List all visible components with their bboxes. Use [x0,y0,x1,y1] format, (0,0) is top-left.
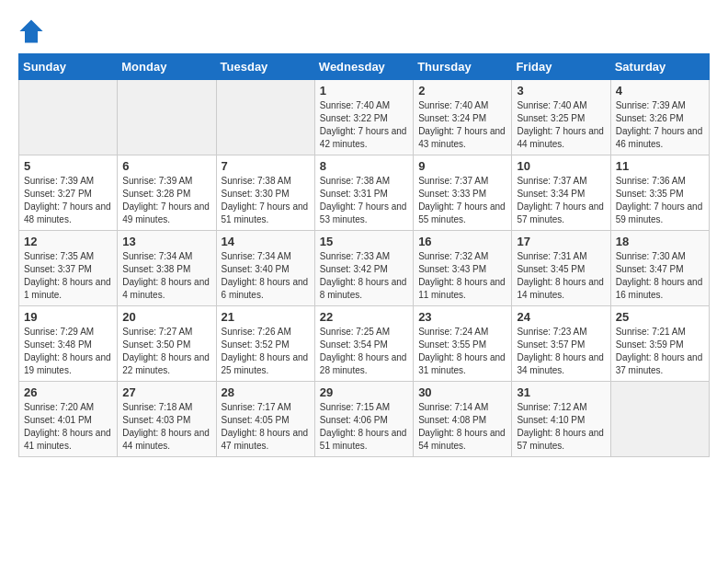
calendar-cell: 20Sunrise: 7:27 AM Sunset: 3:50 PM Dayli… [118,306,216,382]
header-monday: Monday [118,54,216,80]
day-number: 14 [222,235,310,248]
day-number: 8 [320,159,408,173]
calendar-week-row: 19Sunrise: 7:29 AM Sunset: 3:48 PM Dayli… [19,306,710,382]
calendar-cell: 12Sunrise: 7:35 AM Sunset: 3:37 PM Dayli… [19,231,118,306]
day-info: Sunrise: 7:26 AM Sunset: 3:52 PM Dayligh… [222,326,310,377]
calendar-cell: 1Sunrise: 7:40 AM Sunset: 3:22 PM Daylig… [314,80,413,155]
day-number: 30 [418,385,506,399]
header-wednesday: Wednesday [314,54,413,80]
day-info: Sunrise: 7:39 AM Sunset: 3:27 PM Dayligh… [24,175,112,226]
day-number: 31 [517,385,605,399]
day-number: 27 [122,385,210,399]
day-info: Sunrise: 7:37 AM Sunset: 3:33 PM Dayligh… [418,175,506,226]
day-number: 11 [616,159,704,173]
day-info: Sunrise: 7:15 AM Sunset: 4:06 PM Dayligh… [320,401,408,453]
calendar-cell: 3Sunrise: 7:40 AM Sunset: 3:25 PM Daylig… [512,80,610,155]
day-info: Sunrise: 7:17 AM Sunset: 4:05 PM Dayligh… [222,401,310,453]
calendar-week-row: 1Sunrise: 7:40 AM Sunset: 3:22 PM Daylig… [19,80,710,155]
day-number: 13 [122,235,210,248]
calendar-cell: 4Sunrise: 7:39 AM Sunset: 3:26 PM Daylig… [610,80,709,155]
calendar-cell [216,80,314,155]
day-info: Sunrise: 7:32 AM Sunset: 3:43 PM Dayligh… [418,250,506,302]
calendar-week-row: 5Sunrise: 7:39 AM Sunset: 3:27 PM Daylig… [19,155,710,231]
day-number: 25 [616,310,704,324]
day-number: 4 [616,84,704,98]
day-number: 22 [320,310,408,324]
calendar-cell: 28Sunrise: 7:17 AM Sunset: 4:05 PM Dayli… [216,382,314,457]
day-number: 1 [320,84,408,98]
day-info: Sunrise: 7:38 AM Sunset: 3:31 PM Dayligh… [320,175,408,226]
calendar-cell [118,80,216,155]
day-number: 17 [517,235,605,248]
calendar-table: Sunday Monday Tuesday Wednesday Thursday… [18,53,710,457]
day-info: Sunrise: 7:12 AM Sunset: 4:10 PM Dayligh… [517,401,605,453]
calendar-cell: 11Sunrise: 7:36 AM Sunset: 3:35 PM Dayli… [610,155,709,231]
header-sunday: Sunday [19,54,118,80]
day-info: Sunrise: 7:34 AM Sunset: 3:40 PM Dayligh… [222,250,310,302]
header-friday: Friday [512,54,610,80]
calendar-cell: 31Sunrise: 7:12 AM Sunset: 4:10 PM Dayli… [512,382,610,457]
calendar-cell: 9Sunrise: 7:37 AM Sunset: 3:33 PM Daylig… [414,155,512,231]
day-number: 7 [222,159,310,173]
calendar-cell: 16Sunrise: 7:32 AM Sunset: 3:43 PM Dayli… [414,231,512,306]
day-info: Sunrise: 7:27 AM Sunset: 3:50 PM Dayligh… [122,326,210,377]
calendar-cell: 24Sunrise: 7:23 AM Sunset: 3:57 PM Dayli… [512,306,610,382]
day-info: Sunrise: 7:14 AM Sunset: 4:08 PM Dayligh… [418,401,506,453]
day-number: 18 [616,235,704,248]
calendar-cell: 2Sunrise: 7:40 AM Sunset: 3:24 PM Daylig… [414,80,512,155]
day-info: Sunrise: 7:40 AM Sunset: 3:24 PM Dayligh… [418,99,506,151]
header-saturday: Saturday [610,54,709,80]
day-number: 6 [122,159,210,173]
day-number: 10 [517,159,605,173]
day-info: Sunrise: 7:25 AM Sunset: 3:54 PM Dayligh… [320,326,408,377]
calendar-week-row: 12Sunrise: 7:35 AM Sunset: 3:37 PM Dayli… [19,231,710,306]
day-info: Sunrise: 7:39 AM Sunset: 3:26 PM Dayligh… [616,99,704,151]
calendar-cell: 15Sunrise: 7:33 AM Sunset: 3:42 PM Dayli… [314,231,413,306]
calendar-cell: 17Sunrise: 7:31 AM Sunset: 3:45 PM Dayli… [512,231,610,306]
calendar-cell: 29Sunrise: 7:15 AM Sunset: 4:06 PM Dayli… [314,382,413,457]
day-number: 24 [517,310,605,324]
day-number: 5 [24,159,112,173]
day-info: Sunrise: 7:39 AM Sunset: 3:28 PM Dayligh… [122,175,210,226]
day-number: 15 [320,235,408,248]
calendar-cell: 7Sunrise: 7:38 AM Sunset: 3:30 PM Daylig… [216,155,314,231]
calendar-cell: 23Sunrise: 7:24 AM Sunset: 3:55 PM Dayli… [414,306,512,382]
day-info: Sunrise: 7:18 AM Sunset: 4:03 PM Dayligh… [122,401,210,453]
day-number: 21 [222,310,310,324]
day-info: Sunrise: 7:30 AM Sunset: 3:47 PM Dayligh… [616,250,704,302]
calendar-cell: 22Sunrise: 7:25 AM Sunset: 3:54 PM Dayli… [314,306,413,382]
page-header [18,18,710,44]
day-info: Sunrise: 7:40 AM Sunset: 3:22 PM Dayligh… [320,99,408,151]
day-number: 9 [418,159,506,173]
day-number: 16 [418,235,506,248]
day-info: Sunrise: 7:24 AM Sunset: 3:55 PM Dayligh… [418,326,506,377]
day-info: Sunrise: 7:29 AM Sunset: 3:48 PM Dayligh… [24,326,112,377]
svg-marker-0 [19,19,42,42]
calendar-cell: 8Sunrise: 7:38 AM Sunset: 3:31 PM Daylig… [314,155,413,231]
calendar-cell: 26Sunrise: 7:20 AM Sunset: 4:01 PM Dayli… [19,382,118,457]
calendar-cell: 6Sunrise: 7:39 AM Sunset: 3:28 PM Daylig… [118,155,216,231]
day-info: Sunrise: 7:40 AM Sunset: 3:25 PM Dayligh… [517,99,605,151]
logo-icon [18,18,44,44]
calendar-cell [610,382,709,457]
day-number: 2 [418,84,506,98]
calendar-cell: 30Sunrise: 7:14 AM Sunset: 4:08 PM Dayli… [414,382,512,457]
day-info: Sunrise: 7:20 AM Sunset: 4:01 PM Dayligh… [24,401,112,453]
calendar-cell [19,80,118,155]
calendar-cell: 14Sunrise: 7:34 AM Sunset: 3:40 PM Dayli… [216,231,314,306]
calendar-cell: 5Sunrise: 7:39 AM Sunset: 3:27 PM Daylig… [19,155,118,231]
logo [18,18,48,44]
header-tuesday: Tuesday [216,54,314,80]
day-info: Sunrise: 7:21 AM Sunset: 3:59 PM Dayligh… [616,326,704,377]
day-number: 3 [517,84,605,98]
day-info: Sunrise: 7:35 AM Sunset: 3:37 PM Dayligh… [24,250,112,302]
calendar-week-row: 26Sunrise: 7:20 AM Sunset: 4:01 PM Dayli… [19,382,710,457]
day-info: Sunrise: 7:37 AM Sunset: 3:34 PM Dayligh… [517,175,605,226]
day-number: 28 [222,385,310,399]
day-info: Sunrise: 7:38 AM Sunset: 3:30 PM Dayligh… [222,175,310,226]
calendar-cell: 19Sunrise: 7:29 AM Sunset: 3:48 PM Dayli… [19,306,118,382]
calendar-cell: 10Sunrise: 7:37 AM Sunset: 3:34 PM Dayli… [512,155,610,231]
calendar-cell: 25Sunrise: 7:21 AM Sunset: 3:59 PM Dayli… [610,306,709,382]
day-number: 26 [24,385,112,399]
calendar-cell: 21Sunrise: 7:26 AM Sunset: 3:52 PM Dayli… [216,306,314,382]
